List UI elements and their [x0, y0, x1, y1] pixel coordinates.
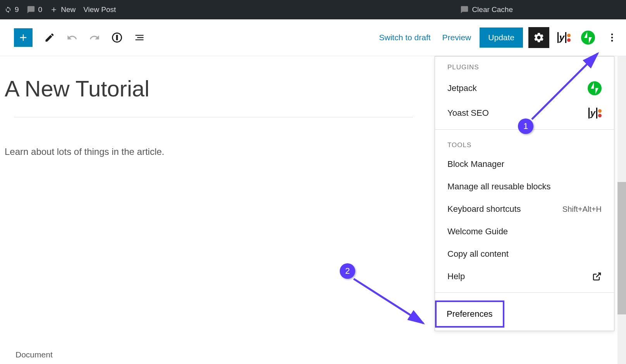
external-link-icon — [592, 272, 602, 281]
menu-item-label: Yoast SEO — [447, 108, 489, 118]
plus-icon — [18, 32, 29, 43]
annotation-arrow-1 — [530, 50, 604, 123]
svg-line-9 — [354, 279, 423, 323]
menu-item-keyboard-shortcuts[interactable]: Keyboard shortcuts Shift+Alt+H — [435, 198, 614, 220]
post-divider — [14, 117, 413, 117]
tools-section-header: TOOLS — [435, 134, 614, 153]
list-icon — [134, 32, 145, 43]
svg-rect-2 — [117, 37, 117, 40]
admin-new[interactable]: New — [50, 5, 76, 14]
scrollbar-thumb[interactable] — [617, 182, 626, 314]
info-icon — [112, 32, 122, 43]
menu-item-help[interactable]: Help — [435, 265, 614, 288]
editor-tools-left — [5, 28, 149, 47]
update-icon — [5, 6, 12, 13]
menu-item-block-manager[interactable]: Block Manager — [435, 153, 614, 175]
shortcut-text: Shift+Alt+H — [562, 205, 602, 214]
annotation-badge-1: 1 — [518, 118, 533, 134]
info-button[interactable] — [108, 28, 126, 47]
gear-icon — [533, 32, 545, 43]
scrollbar[interactable] — [617, 56, 626, 364]
menu-item-label: Jetpack — [447, 83, 477, 93]
admin-view-post[interactable]: View Post — [83, 5, 116, 14]
menu-item-label: Help — [447, 271, 465, 282]
yoast-button[interactable]: y — [555, 28, 573, 47]
settings-button[interactable] — [528, 27, 549, 48]
outline-button[interactable] — [130, 28, 149, 47]
comments-count: 0 — [38, 5, 43, 14]
switch-to-draft-button[interactable]: Switch to draft — [376, 30, 434, 45]
menu-item-preferences-wrapper: Preferences — [435, 297, 614, 331]
footer-breadcrumb[interactable]: Document — [0, 345, 68, 364]
svg-point-1 — [116, 35, 118, 37]
editor-tools-right: Switch to draft Preview Update y — [376, 27, 621, 48]
preferences-highlight: Preferences — [435, 300, 504, 328]
menu-item-label: Copy all content — [447, 249, 509, 259]
admin-bar-right: Clear Cache — [460, 5, 621, 14]
update-button[interactable]: Update — [480, 27, 523, 48]
pencil-icon — [44, 32, 55, 43]
admin-clear-cache[interactable]: Clear Cache — [460, 5, 513, 14]
comment-icon — [27, 5, 35, 14]
admin-comments[interactable]: 0 — [27, 5, 43, 14]
svg-point-5 — [611, 40, 613, 42]
menu-item-label: Welcome Guide — [447, 227, 508, 237]
menu-item-preferences[interactable]: Preferences — [447, 309, 493, 319]
cache-icon — [460, 5, 469, 14]
updates-count: 9 — [15, 5, 19, 14]
admin-bar-left: 9 0 New View Post — [5, 5, 116, 14]
menu-item-label: Manage all reusable blocks — [447, 182, 551, 192]
redo-icon — [89, 32, 100, 43]
menu-divider — [435, 292, 614, 293]
menu-item-label: Block Manager — [447, 159, 504, 169]
admin-updates[interactable]: 9 — [5, 5, 19, 14]
preview-button[interactable]: Preview — [439, 30, 475, 45]
more-options-button[interactable] — [603, 28, 621, 47]
add-block-button[interactable] — [14, 28, 33, 47]
jetpack-button[interactable] — [579, 28, 597, 47]
edit-tool-button[interactable] — [40, 28, 59, 47]
annotation-badge-2: 2 — [340, 263, 355, 279]
menu-item-welcome-guide[interactable]: Welcome Guide — [435, 220, 614, 243]
jetpack-icon — [581, 31, 595, 45]
yoast-icon: y — [557, 32, 571, 43]
redo-button[interactable] — [85, 28, 104, 47]
menu-item-reusable-blocks[interactable]: Manage all reusable blocks — [435, 175, 614, 198]
undo-icon — [67, 32, 77, 43]
svg-point-4 — [611, 37, 613, 39]
menu-item-label: Keyboard shortcuts — [447, 204, 521, 214]
menu-item-copy-content[interactable]: Copy all content — [435, 243, 614, 265]
svg-line-7 — [532, 53, 598, 119]
annotation-arrow-2 — [352, 277, 429, 327]
undo-button[interactable] — [63, 28, 81, 47]
more-vertical-icon — [607, 32, 617, 43]
plus-icon — [50, 6, 58, 14]
svg-point-3 — [611, 34, 613, 36]
admin-bar: 9 0 New View Post Clear Cache — [0, 0, 626, 19]
new-label: New — [61, 5, 76, 14]
